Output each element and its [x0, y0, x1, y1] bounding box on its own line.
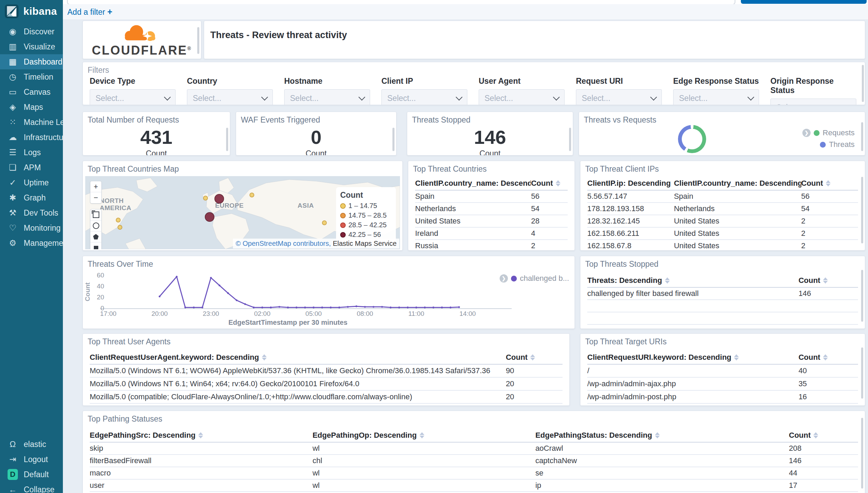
- filter-select[interactable]: Select...: [284, 89, 370, 105]
- table-row: 162.158.66.211United States2: [587, 228, 858, 240]
- metric-value: 0: [236, 127, 396, 148]
- legend-item-challenged-b-[interactable]: ❯challenged b...: [500, 274, 569, 283]
- sort-icon[interactable]: [823, 354, 828, 360]
- legend-toggle-icon[interactable]: ❯: [500, 274, 508, 283]
- sidebar-item-discover[interactable]: ◉Discover: [0, 24, 63, 39]
- sort-icon[interactable]: [813, 432, 818, 438]
- sidebar-item-canvas[interactable]: ▭Canvas: [0, 84, 63, 100]
- filters-panel: Filters Device TypeSelect...CountrySelec…: [82, 62, 865, 105]
- sort-icon[interactable]: [262, 354, 267, 360]
- osm-attribution-link[interactable]: © OpenStreetMap contributors,: [236, 240, 331, 247]
- sidebar-item-visualize[interactable]: ▥Visualize: [0, 39, 63, 54]
- column-header[interactable]: Count: [799, 353, 858, 362]
- column-header[interactable]: EdgePathingSrc: Descending: [90, 431, 312, 440]
- map-legend-title: Count: [340, 191, 392, 200]
- panel-scrollbar[interactable]: [861, 418, 863, 489]
- column-header[interactable]: Threats: Descending: [587, 276, 799, 285]
- table-cell: 20: [506, 379, 563, 388]
- threats-vs-requests-panel: Threats vs Requests ❯RequestsThreats: [579, 112, 865, 156]
- sort-icon[interactable]: [530, 354, 535, 360]
- column-header[interactable]: Count: [506, 353, 563, 362]
- sidebar-footer-default[interactable]: DDefault: [0, 467, 63, 482]
- panel-scrollbar[interactable]: [861, 177, 863, 243]
- sort-icon[interactable]: [556, 180, 560, 186]
- column-header[interactable]: EdgePathingStatus: Descending: [535, 431, 789, 440]
- column-header[interactable]: EdgePathingOp: Descending: [312, 431, 535, 440]
- sidebar-item-maps[interactable]: ◈Maps: [0, 100, 63, 115]
- panel-scrollbar[interactable]: [861, 347, 863, 399]
- filter-field-device-type: Device TypeSelect...: [90, 77, 176, 105]
- filter-select[interactable]: Select...: [479, 89, 565, 105]
- update-button-fragment[interactable]: [741, 0, 867, 4]
- table-cell: Mozilla/5.0 (Windows NT 6.1; Win64; x64;…: [90, 379, 506, 388]
- panel-scrollbar[interactable]: [392, 128, 394, 151]
- zoom-out-button[interactable]: −: [90, 192, 101, 203]
- sidebar-item-graph[interactable]: ✱Graph: [0, 190, 63, 205]
- sort-icon[interactable]: [420, 432, 424, 438]
- plus-icon: +: [107, 7, 112, 16]
- circle-icon: [93, 222, 99, 229]
- filter-select[interactable]: Select...: [187, 89, 273, 105]
- sidebar-item-machine-le-[interactable]: ⁙Machine Le...: [0, 115, 63, 130]
- panel-title: Total Number of Requests: [88, 115, 179, 125]
- panel-title: Top Threat Countries: [413, 164, 487, 174]
- map-label-asia: ASIA: [298, 202, 314, 209]
- column-header[interactable]: ClientRequestUserAgent.keyword: Descendi…: [90, 353, 506, 362]
- column-header[interactable]: Count: [789, 431, 858, 440]
- panel-scrollbar[interactable]: [226, 128, 228, 151]
- column-header[interactable]: ClientIP.country_name: Descending: [674, 179, 801, 188]
- sidebar-item-uptime[interactable]: ✓Uptime: [0, 175, 63, 190]
- sidebar-item-dev-tools[interactable]: ⚒Dev Tools: [0, 205, 63, 220]
- table-cell: /: [587, 366, 799, 375]
- add-filter-button[interactable]: Add a filter +: [67, 7, 112, 17]
- sidebar-item-apm[interactable]: ❏APM: [0, 160, 63, 175]
- filter-select[interactable]: Select...: [576, 89, 662, 105]
- map-area[interactable]: NORTHAMERICA EUROPE ASIA + − Count 1 – 1…: [85, 176, 400, 249]
- panel-title: Top Threat Target URIs: [585, 337, 667, 346]
- legend-item-threats[interactable]: Threats: [820, 140, 855, 149]
- column-header[interactable]: Count: [801, 179, 858, 188]
- circle-tool-button[interactable]: [90, 220, 101, 231]
- table-cell: 40: [799, 366, 858, 375]
- sidebar-item-logs[interactable]: ☰Logs: [0, 145, 63, 160]
- select-placeholder: Select...: [290, 94, 319, 103]
- column-header[interactable]: ClientRequestURI.keyword: Descending: [587, 353, 799, 362]
- sort-icon[interactable]: [665, 277, 670, 284]
- legend-item-requests[interactable]: ❯Requests: [802, 128, 855, 137]
- rectangle-tool-button[interactable]: [90, 242, 101, 249]
- sort-icon[interactable]: [734, 354, 739, 360]
- sidebar-item-dashboard[interactable]: ▦Dashboard: [0, 54, 63, 69]
- sort-icon[interactable]: [655, 432, 660, 438]
- crop-tool-button[interactable]: [90, 209, 101, 220]
- sidebar-item-management[interactable]: ⚙Management: [0, 236, 63, 251]
- sidebar-item-timelion[interactable]: ◷Timelion: [0, 69, 63, 84]
- sidebar-item-infrastructure[interactable]: ☁Infrastructure: [0, 130, 63, 145]
- sort-icon[interactable]: [826, 180, 831, 186]
- sidebar-footer-collapse[interactable]: ←Collapse: [0, 482, 63, 493]
- legend-toggle-icon[interactable]: ❯: [802, 129, 811, 137]
- column-header[interactable]: ClientIP.country_name: Descending: [415, 179, 531, 188]
- sort-icon[interactable]: [198, 432, 203, 438]
- sidebar-footer-logout[interactable]: ⇥Logout: [0, 452, 63, 467]
- filter-select[interactable]: Select...: [90, 89, 176, 105]
- polygon-tool-button[interactable]: [90, 231, 101, 242]
- panel-scrollbar[interactable]: [569, 128, 571, 151]
- filter-select[interactable]: Select...: [673, 89, 759, 105]
- sidebar-footer-elastic[interactable]: Ωelastic: [0, 437, 63, 452]
- filter-select[interactable]: Select...: [770, 99, 856, 105]
- sort-icon[interactable]: [823, 277, 828, 284]
- sidebar-item-monitoring[interactable]: ♡Monitoring: [0, 220, 63, 236]
- panel-scrollbar[interactable]: [861, 122, 863, 151]
- panel-scrollbar[interactable]: [197, 27, 199, 54]
- threats-vs-requests-donut: [678, 125, 706, 153]
- panel-scrollbar[interactable]: [862, 65, 864, 102]
- zoom-in-button[interactable]: +: [90, 181, 101, 192]
- filter-select[interactable]: Select...: [381, 89, 467, 105]
- column-header[interactable]: Count: [531, 179, 568, 188]
- panel-scrollbar[interactable]: [861, 270, 863, 322]
- table-cell: aoCrawl: [535, 444, 789, 453]
- column-header[interactable]: Count: [799, 276, 858, 285]
- apm-icon: ❏: [8, 163, 18, 172]
- column-header[interactable]: ClientIP.ip: Descending: [587, 179, 674, 188]
- map-legend-range: 1 – 14.75: [348, 202, 377, 210]
